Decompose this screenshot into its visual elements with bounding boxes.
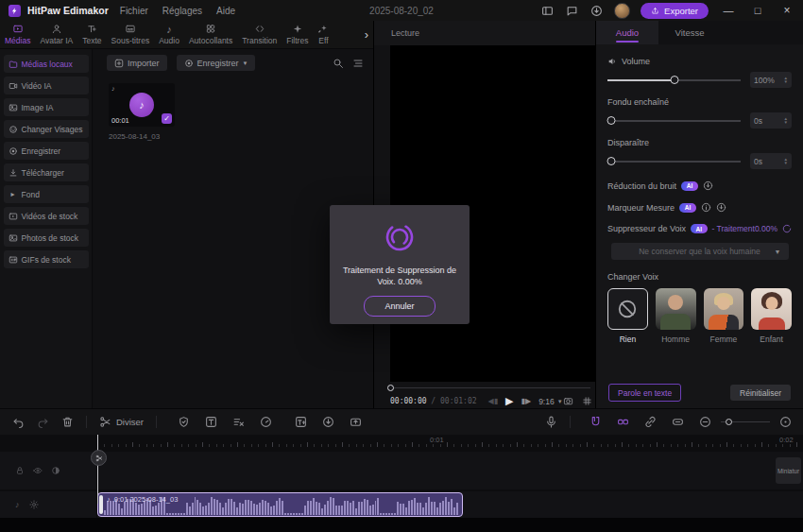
fadeout-slider[interactable] <box>607 157 741 166</box>
magnet-snap-icon[interactable] <box>589 416 602 428</box>
minimize-button[interactable]: — <box>719 5 738 16</box>
text-template-icon[interactable] <box>295 416 307 428</box>
voice-option-homme[interactable] <box>656 288 696 330</box>
spin-arrows-icon[interactable]: ▲▼ <box>784 158 788 165</box>
crossfade-knob[interactable] <box>607 116 616 125</box>
hide-track-icon[interactable] <box>33 466 43 475</box>
cancel-button[interactable]: Annuler <box>364 296 436 317</box>
thumbnail-toggle-button[interactable]: Miniatur <box>776 457 801 484</box>
spin-arrows-icon[interactable]: ▲▼ <box>784 117 788 125</box>
download-manager-icon[interactable] <box>589 5 604 17</box>
sidebar-item-gifs-de-stock[interactable]: GIFs de stock <box>4 250 89 268</box>
export-button[interactable]: Exporter <box>641 3 709 19</box>
timeline-ruler[interactable]: 0:01 0:02 <box>97 435 803 447</box>
timeline-zoom-slider[interactable] <box>721 418 770 427</box>
record-dropdown-button[interactable]: Enregistrer ▼ <box>177 55 256 71</box>
sidebar-item-fond[interactable]: ▸ Fond <box>4 185 89 203</box>
selected-checkbox[interactable]: ✓ <box>162 113 172 124</box>
tab-filtres[interactable]: Filtres <box>282 21 313 48</box>
tab-transition[interactable]: Transition <box>237 21 282 48</box>
zoom-out-icon[interactable] <box>699 416 711 428</box>
delete-trash-icon[interactable] <box>61 416 74 428</box>
tab-effets[interactable]: Eff <box>313 21 333 48</box>
voice-option-enfant[interactable] <box>751 288 792 330</box>
crossfade-slider[interactable] <box>607 116 741 126</box>
grid-overlay-icon[interactable] <box>582 396 592 406</box>
spin-arrows-icon[interactable]: ▲▼ <box>784 77 788 84</box>
tab-inspector-vitesse[interactable]: Vitesse <box>658 21 721 44</box>
sidebar-item-telecharger[interactable]: Télécharger <box>4 163 89 181</box>
link-clips-icon[interactable] <box>644 416 657 428</box>
tab-audio[interactable]: ♪ Audio <box>154 21 184 48</box>
tab-autocollants[interactable]: Autocollants <box>184 21 237 48</box>
menu-fichier[interactable]: Fichier <box>120 6 148 16</box>
mute-track-icon[interactable] <box>51 466 60 475</box>
voice-option-femme[interactable] <box>704 288 744 330</box>
close-button[interactable]: × <box>777 4 796 17</box>
layout-panels-icon[interactable] <box>540 5 555 17</box>
import-button[interactable]: Importer <box>107 55 167 71</box>
list-view-icon[interactable] <box>352 58 364 69</box>
sidebar-item-changer-visages[interactable]: Changer Visages <box>4 120 89 138</box>
sidebar-item-photos-de-stock[interactable]: Photos de stock <box>4 229 89 247</box>
menu-reglages[interactable]: Réglages <box>162 6 202 16</box>
marker-badge-icon[interactable] <box>178 416 190 428</box>
scrub-track[interactable] <box>390 387 590 388</box>
tab-sous-titres[interactable]: Sous-titres <box>107 21 155 48</box>
zoom-knob[interactable] <box>726 419 732 425</box>
lock-track-icon[interactable] <box>15 466 25 475</box>
download-circle-icon[interactable] <box>703 180 713 191</box>
next-frame-icon[interactable]: ▮▶ <box>521 397 532 405</box>
zoom-fit-icon[interactable] <box>779 416 792 428</box>
export-frame-icon[interactable] <box>350 416 362 428</box>
track-height-icon[interactable] <box>672 416 684 428</box>
remove-subtitles-icon[interactable] <box>232 416 245 428</box>
playhead-split-handle[interactable] <box>91 450 107 466</box>
fadeout-knob[interactable] <box>607 157 616 165</box>
tab-texte[interactable]: Texte <box>77 21 106 48</box>
volume-knob[interactable] <box>670 76 678 84</box>
maximize-button[interactable]: □ <box>748 5 767 16</box>
speed-gauge-icon[interactable] <box>260 416 272 428</box>
media-thumbnail[interactable]: ♪ ♪ 00:01 ✓ <box>109 83 175 127</box>
tab-medias[interactable]: Médias <box>0 21 35 48</box>
sidebar-item-videos-de-stock[interactable]: Vidéos de stock <box>4 207 89 225</box>
sidebar-item-enregistrer[interactable]: Enregistrer <box>4 142 89 160</box>
tab-inspector-audio[interactable]: Audio <box>596 21 658 44</box>
add-text-icon[interactable] <box>205 416 217 428</box>
user-avatar[interactable] <box>614 3 630 19</box>
scissors-split-icon[interactable] <box>99 416 111 428</box>
download-circle-icon[interactable] <box>716 202 726 213</box>
previous-frame-icon[interactable]: ◀▮ <box>488 397 499 405</box>
volume-slider[interactable] <box>607 76 741 85</box>
redo-icon[interactable] <box>37 416 49 428</box>
voice-mode-select[interactable]: Ne conserver que la voix humaine ▼ <box>611 243 789 260</box>
reset-button[interactable]: Réinitialiser <box>730 385 791 401</box>
voice-option-rien[interactable] <box>607 288 648 330</box>
feedback-bubble-icon[interactable] <box>565 5 579 17</box>
snapshot-camera-icon[interactable] <box>563 396 573 406</box>
speech-to-text-button[interactable]: Parole en texte <box>608 384 681 402</box>
voiceover-mic-icon[interactable] <box>545 416 557 428</box>
track-settings-gear-icon[interactable] <box>29 500 39 509</box>
sidebar-item-medias-locaux[interactable]: Médias locaux <box>4 55 89 73</box>
volume-spinbox[interactable]: 100% ▲▼ <box>750 72 792 88</box>
fadeout-spinbox[interactable]: 0s ▲▼ <box>750 153 792 169</box>
clip-trim-handle[interactable] <box>99 495 103 514</box>
split-label[interactable]: Diviser <box>116 417 144 427</box>
crossfade-spinbox[interactable]: 0s ▲▼ <box>750 112 792 129</box>
auto-ripple-icon[interactable] <box>617 416 629 428</box>
undo-icon[interactable] <box>12 416 25 428</box>
play-icon[interactable]: ▶ <box>505 395 513 407</box>
scrub-knob[interactable] <box>387 385 394 391</box>
ribbon-more-chevron-icon[interactable]: › <box>360 27 373 42</box>
tab-avatar-ia[interactable]: Avatar IA <box>35 21 77 48</box>
sidebar-item-video-ia[interactable]: Vidéo IA <box>4 77 89 94</box>
playhead[interactable] <box>97 435 98 504</box>
sidebar-item-image-ia[interactable]: Image IA <box>4 98 89 116</box>
media-item[interactable]: ♪ ♪ 00:01 ✓ 2025-08-14_03 <box>109 83 175 141</box>
audio-clip[interactable]: ♪ 0:01 2025-08-14_03 <box>97 492 463 517</box>
search-icon[interactable] <box>333 58 344 69</box>
download-circle-icon[interactable] <box>322 416 334 428</box>
info-circle-icon[interactable] <box>701 202 711 213</box>
